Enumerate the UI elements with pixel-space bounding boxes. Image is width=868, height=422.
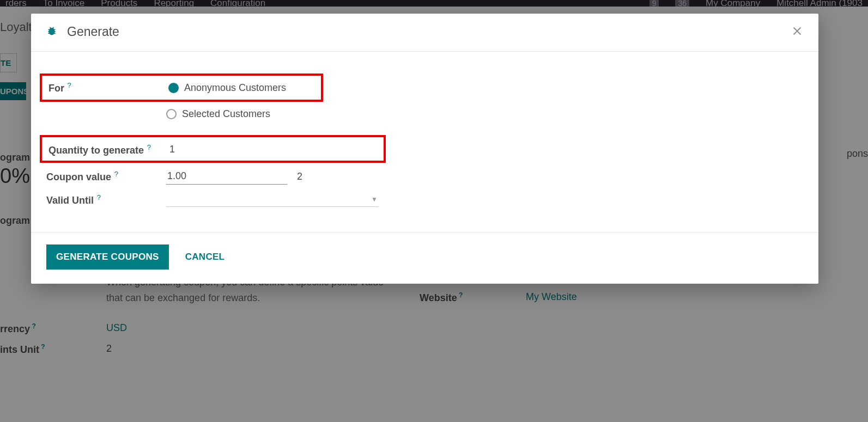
radio-unchecked-icon xyxy=(166,109,177,119)
nav-item[interactable]: To Invoice xyxy=(43,0,85,7)
nav-item[interactable]: Products xyxy=(101,0,137,7)
modal-body: For ? Anonymous Customers Selected Custo… xyxy=(31,52,818,233)
for-label: For ? xyxy=(48,81,168,94)
modal-header: Generate xyxy=(31,14,818,52)
edit-button[interactable]: TE xyxy=(0,53,17,72)
pons-label: pons xyxy=(847,148,868,160)
top-nav: rders To Invoice Products Reporting Conf… xyxy=(0,0,868,7)
cancel-button[interactable]: CANCEL xyxy=(185,252,225,262)
highlight-quantity: Quantity to generate ? xyxy=(40,135,386,163)
coupon-value-suffix: 2 xyxy=(297,171,302,182)
points-unit-label: ints Unit ? xyxy=(0,343,106,356)
coupon-value-label: Coupon value ? xyxy=(46,170,166,183)
radio-checked-icon xyxy=(168,83,179,93)
generate-coupons-button[interactable]: GENERATE COUPONS xyxy=(46,244,169,270)
modal-title: Generate xyxy=(67,25,119,39)
nav-item[interactable]: Reporting xyxy=(154,0,194,7)
quantity-label: Quantity to generate ? xyxy=(48,143,168,156)
website-label: Website ? xyxy=(420,291,526,304)
for-anonymous-radio[interactable]: Anonymous Customers xyxy=(168,82,286,94)
generate-modal: Generate For ? Anonymous Customers Se xyxy=(31,14,818,284)
currency-value[interactable]: USD xyxy=(106,322,392,334)
website-value[interactable]: My Website xyxy=(526,291,868,303)
bug-icon[interactable] xyxy=(46,26,57,39)
nav-item[interactable]: rders xyxy=(5,0,27,7)
currency-label: rrency ? xyxy=(0,322,106,335)
close-icon[interactable] xyxy=(791,25,803,39)
nav-company[interactable]: My Company xyxy=(706,0,760,7)
nav-badge[interactable]: 9 xyxy=(650,0,659,7)
nav-badge[interactable]: 36 xyxy=(675,0,689,7)
coupon-value-input[interactable] xyxy=(166,168,287,185)
highlight-for: For ? Anonymous Customers xyxy=(40,74,323,102)
coupons-button[interactable]: UPONS xyxy=(0,82,26,100)
nav-user[interactable]: Mitchell Admin (1903 xyxy=(776,0,863,7)
valid-until-select[interactable]: ▼ xyxy=(166,192,379,207)
nav-item[interactable]: Configuration xyxy=(210,0,265,7)
quantity-input[interactable] xyxy=(168,142,378,157)
valid-until-label: Valid Until ? xyxy=(46,193,166,206)
modal-footer: GENERATE COUPONS CANCEL xyxy=(31,233,818,284)
for-selected-radio[interactable]: Selected Customers xyxy=(166,108,270,120)
points-unit-value: 2 xyxy=(106,343,392,354)
chevron-down-icon: ▼ xyxy=(371,195,378,203)
